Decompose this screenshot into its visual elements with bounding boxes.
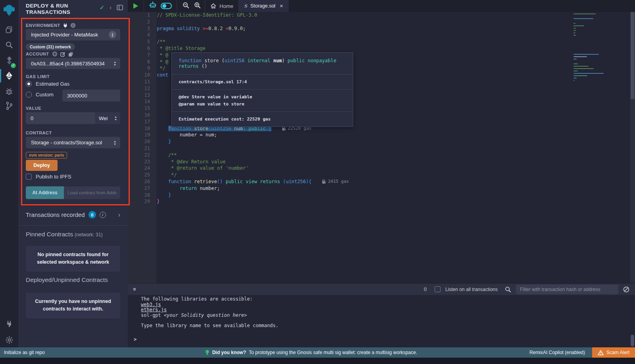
listen-transactions-checkbox[interactable]: [435, 286, 441, 292]
code-line-19[interactable]: 19 number = num;: [128, 132, 635, 138]
file-explorer-icon[interactable]: [0, 23, 18, 36]
git-icon[interactable]: [0, 99, 18, 113]
environment-info-icon[interactable]: i: [70, 23, 76, 28]
clear-console-icon[interactable]: [623, 286, 629, 293]
plug-icon[interactable]: [63, 23, 67, 28]
code-text: }: [157, 138, 171, 145]
minimap-line: [573, 66, 589, 67]
home-icon: [210, 3, 216, 9]
line-number: 19: [128, 132, 150, 138]
code-text: /**: [157, 38, 165, 45]
zoom-out-icon[interactable]: [183, 2, 189, 10]
code-text: function retrieve() public view returns …: [157, 178, 312, 185]
code-line-23[interactable]: 23 * @dev Return value: [128, 159, 635, 165]
editor-scrollbar[interactable]: [630, 12, 635, 283]
code-line-6[interactable]: 6 * @title Storage: [128, 45, 635, 52]
code-line-20[interactable]: 20 }: [128, 138, 635, 145]
custom-gas-radio[interactable]: Custom: [26, 92, 54, 98]
add-account-icon[interactable]: [52, 51, 58, 57]
copilot-toggle[interactable]: [161, 3, 172, 9]
terminal-intro-line: The following libraries are accessible:: [128, 297, 635, 302]
line-number: 28: [128, 192, 150, 199]
code-line-22[interactable]: 22 /**: [128, 152, 635, 159]
publish-ipfs-checkbox[interactable]: Publish to IPFS: [26, 174, 71, 180]
search-icon[interactable]: [0, 38, 18, 52]
account-select[interactable]: 0xA03...85ac4 (0.398673504934 ▲▼: [26, 58, 120, 69]
stepper-icon: ▲▼: [114, 140, 116, 146]
code-line-28[interactable]: 28 }: [128, 192, 635, 199]
scam-alert-button[interactable]: Scam Alert: [592, 347, 635, 358]
code-line-5[interactable]: 5/**: [128, 38, 635, 45]
active-plugin-indicator: [0, 69, 1, 82]
value-label: VALUE: [26, 106, 41, 111]
pin-panel-icon[interactable]: [117, 5, 123, 10]
checkbox-icon: [26, 174, 32, 180]
close-tab-icon[interactable]: ×: [280, 3, 283, 9]
remix-logo[interactable]: [0, 2, 18, 18]
editor-tabbar: Home S Storage.sol ×: [128, 0, 635, 12]
code-line-24[interactable]: 24 * @return value of 'number': [128, 165, 635, 172]
code-text: }: [157, 198, 160, 205]
minimap-line: [573, 30, 576, 31]
code-line-4[interactable]: 4: [128, 32, 635, 38]
code-text: * @: [157, 52, 168, 59]
code-line-25[interactable]: 25 */: [128, 172, 635, 178]
custom-gas-input[interactable]: [62, 90, 120, 102]
run-script-button[interactable]: [133, 3, 138, 9]
tab-home[interactable]: Home: [205, 0, 239, 12]
tab-storage-sol[interactable]: S Storage.sol ×: [239, 0, 288, 12]
main-area: Home S Storage.sol × 1// SPDX-License-Id…: [128, 0, 635, 347]
line-number: 17: [128, 119, 150, 125]
window-bottom-edge: [0, 358, 635, 364]
ai-copilot-icon[interactable]: [149, 1, 157, 11]
ethersjs-link[interactable]: ethers.js: [141, 307, 167, 312]
code-line-27[interactable]: 27 return number;: [128, 185, 635, 192]
terminal-scrollbar-thumb[interactable]: [631, 335, 634, 347]
code-line-2[interactable]: 2: [128, 19, 635, 25]
value-input[interactable]: [26, 112, 95, 124]
transactions-recorded-row[interactable]: Transactions recorded 0 i ›: [26, 211, 120, 218]
code-line-26[interactable]: 26 function retrieve() public view retur…: [128, 178, 635, 185]
contract-label: CONTRACT: [26, 130, 52, 135]
remix-ide-window: ✓ DEPLOY & RUN TRANSACTIONS ✓ ›: [0, 0, 635, 364]
zoom-in-icon[interactable]: [194, 2, 201, 10]
recorder-expand-icon[interactable]: ›: [118, 211, 120, 218]
code-line-21[interactable]: 21: [128, 145, 635, 152]
terminal-output[interactable]: The following libraries are accessible: …: [128, 295, 635, 347]
terminal-collapse-icon[interactable]: »: [132, 287, 139, 291]
estimated-gas-radio[interactable]: Estimated Gas: [26, 81, 69, 87]
git-init-status[interactable]: Initialize as git repo: [4, 350, 45, 355]
line-number: 1: [128, 12, 150, 19]
copy-account-icon[interactable]: [68, 52, 73, 57]
code-line-3[interactable]: 3pragma solidity >=0.8.2 <0.9.0;: [128, 25, 635, 32]
terminal-lib-web3: web3.js: [128, 302, 635, 308]
plugin-manager-icon[interactable]: [0, 317, 18, 331]
at-address-button[interactable]: At Address: [26, 186, 64, 199]
copilot-status[interactable]: RemixAI Copilot (enabled): [529, 350, 585, 355]
minimap-line: [573, 59, 577, 59]
deploy-run-icon[interactable]: [0, 69, 18, 82]
editor-minimap[interactable]: [573, 13, 605, 93]
recorder-info-icon[interactable]: i: [100, 212, 106, 218]
transaction-filter-input[interactable]: [516, 285, 618, 294]
deploy-button[interactable]: Deploy: [26, 160, 58, 171]
sign-message-icon[interactable]: [60, 52, 65, 57]
environment-select[interactable]: Injected Provider - MetaMask ▲▼: [26, 29, 120, 40]
code-text: return number;: [157, 185, 220, 192]
at-address-input[interactable]: [64, 186, 120, 199]
account-label: ACCOUNT: [26, 51, 73, 57]
debugger-icon[interactable]: [0, 85, 18, 98]
code-editor[interactable]: 1// SPDX-License-Identifier: GPL-3.023pr…: [128, 12, 635, 283]
line-number: 21: [128, 145, 150, 152]
lightbulb-icon: [205, 350, 210, 356]
settings-icon[interactable]: [0, 333, 18, 347]
value-unit-select[interactable]: Wei ▲▼: [95, 112, 120, 124]
scrollbar-thumb[interactable]: [631, 12, 635, 99]
web3js-link[interactable]: web3.js: [141, 302, 161, 307]
solidity-compiler-icon[interactable]: ✓: [0, 54, 18, 67]
panel-collapse-icon[interactable]: ›: [110, 4, 112, 11]
contract-select[interactable]: Storage - contracts/Storage.sol ▲▼: [26, 137, 120, 148]
code-line-1[interactable]: 1// SPDX-License-Identifier: GPL-3.0: [128, 12, 635, 19]
terminal-hint-line: Type the library name to see available c…: [128, 323, 635, 329]
code-line-29[interactable]: 29}: [128, 198, 635, 205]
